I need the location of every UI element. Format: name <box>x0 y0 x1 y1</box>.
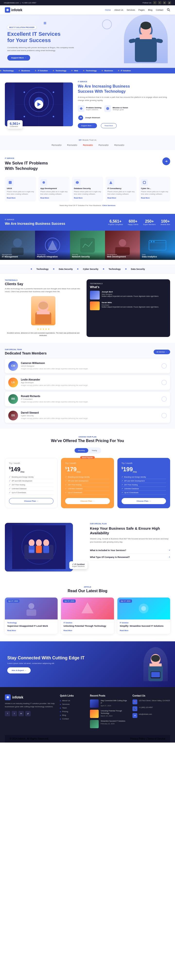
ticker-item-5: + Web <box>71 69 78 72</box>
inc-feature-1: Problem Solving Expert solutions <box>78 105 101 112</box>
plan-button-3[interactable]: Choose Plan → <box>121 498 166 504</box>
pricing-monthly-btn[interactable]: Monthly <box>75 448 88 453</box>
showcase-card-4[interactable]: Development Web Development <box>105 231 140 260</box>
inc-button-primary[interactable]: Support More → <box>78 123 97 128</box>
member-expand-4[interactable] <box>161 413 167 418</box>
team-all-members-button[interactable]: All Member → <box>154 350 170 354</box>
blog-section: ARTICLE Read Our Latest Blog Apr 27, 202… <box>0 579 175 641</box>
plan-name-2: Try / month <box>65 462 110 465</box>
it-solve-arrow-button[interactable] <box>162 158 170 165</box>
brands-section: 15+ Brands Trust Us ✦envato ✦envato ✦env… <box>0 135 175 150</box>
member-expand-2[interactable] <box>161 380 167 385</box>
hero-button[interactable]: Support More → <box>7 55 30 60</box>
inc-button-secondary[interactable]: Read More <box>101 123 117 128</box>
read-more-4[interactable]: Read More <box>107 197 116 199</box>
nav-services[interactable]: Services <box>127 9 135 11</box>
blog-readmore-2[interactable]: Read More <box>64 630 72 632</box>
hero-circle-decoration <box>102 19 112 29</box>
plan-name-3: Try / month <box>121 462 166 465</box>
member-expand-1[interactable] <box>161 363 167 369</box>
nav-home[interactable]: Home <box>105 9 111 11</box>
footer-twitter-icon[interactable]: t <box>12 711 17 716</box>
faq-item-1[interactable]: What Is Included In Your Services? + Our… <box>90 547 170 554</box>
ticker-item-6: + Technology <box>83 69 97 72</box>
ticker-item-8: + IT Solution <box>118 69 131 72</box>
read-more-2[interactable]: Read More <box>40 197 49 199</box>
it-solve-link[interactable]: Click Services <box>102 204 115 207</box>
footer-post-2: Unlocking Potential Through Technology M… <box>90 710 127 718</box>
nav-pages[interactable]: Pages <box>138 9 145 11</box>
plan-feature-3-3: ✓ 24/7 Free Hosting <box>121 483 166 487</box>
showcase-overlay-3: Security Network Security <box>70 252 105 260</box>
svg-point-36 <box>151 241 152 242</box>
clients-label: TESTIMONIALS <box>5 279 82 281</box>
pricing-yearly-btn[interactable]: Yearly <box>88 448 100 453</box>
brand-3: ✦envato <box>82 143 93 147</box>
footer-linkedin-icon[interactable]: in <box>19 711 24 716</box>
plan-feature-1-1: ✓ Branding and Design Identity <box>9 475 54 479</box>
brands-label: 15+ Brands Trust Us <box>5 139 170 141</box>
blog-image-1: Apr 27, 2024 <box>5 598 57 619</box>
youtube-icon[interactable]: yt <box>168 1 171 5</box>
showcase-card-3[interactable]: Security Network Security <box>70 231 105 260</box>
facebook-icon[interactable]: f <box>153 1 156 5</box>
footer-facebook-icon[interactable]: f <box>5 711 10 716</box>
whats-new-label: TESTIMONIALS <box>90 283 167 285</box>
plan-feature-2-1: ✓ Branding and Design Identity <box>65 475 110 479</box>
footer-link-blog[interactable]: Blog <box>60 714 85 716</box>
blog-readmore-3[interactable]: Read More <box>120 630 129 632</box>
footer-social: f t in yt <box>5 711 55 716</box>
hero-person-image <box>124 14 168 63</box>
showcase-card-2[interactable]: Technology Platform Integration <box>35 231 70 260</box>
brand-4: ✦envato <box>98 143 108 147</box>
stat-3: 250+ Expert Members <box>143 219 156 225</box>
blog-category-1: Technology <box>7 622 55 624</box>
read-more-5[interactable]: Read More <box>141 197 150 199</box>
footer-link-contact[interactable]: Contact <box>60 718 85 720</box>
footer-link-team[interactable]: Team <box>60 707 85 709</box>
it-solve-label: IT SERVICE <box>5 158 48 159</box>
hero-section: BEST IT SOLUTION PROVIDER Excellent IT S… <box>0 14 175 68</box>
blog-card-2[interactable]: Apr 27, 2024 IT Solution Unlocking Poten… <box>61 598 114 634</box>
plan-name-1: Try / month <box>9 462 54 465</box>
stat-number-4: 100+ <box>161 219 170 224</box>
footer-logo: infotek <box>5 694 55 700</box>
it-solve-header: IT SERVICE We Solve IT Problems With Tec… <box>5 158 170 173</box>
star-icon-1: ★ <box>37 328 39 330</box>
services-showcase: Management IT Management Technology Plat… <box>0 231 175 265</box>
linkedin-icon[interactable]: in <box>163 1 166 5</box>
showcase-card-5[interactable]: Data Data Analytics <box>140 231 175 260</box>
nav-about[interactable]: About Us <box>114 9 123 11</box>
footer-link-about[interactable]: About Us <box>60 700 85 702</box>
phone-icon: 📞 <box>132 706 137 711</box>
footer-youtube-icon[interactable]: yt <box>25 711 30 716</box>
showcase-card-1[interactable]: Management IT Management <box>0 231 35 260</box>
svg-rect-24 <box>143 181 146 184</box>
svg-rect-52 <box>29 550 34 552</box>
svg-rect-4 <box>135 38 157 62</box>
read-more-1[interactable]: Read More <box>7 197 16 199</box>
plan-button-1[interactable]: Choose Plan → <box>9 498 54 504</box>
member-expand-3[interactable] <box>161 396 167 402</box>
blog-card-3[interactable]: Apr 27, 2024 IT Solution Simplify: Strea… <box>118 598 170 634</box>
member-info-2: Leslie Alexander App Developer Images oc… <box>21 378 159 387</box>
footer-link-services[interactable]: Services <box>60 703 85 705</box>
cta-button[interactable]: Hire A Expert → <box>7 667 30 673</box>
read-more-3[interactable]: Read More <box>74 197 83 199</box>
author-name: Joseph Mckinosh <box>85 116 100 119</box>
nav-contact[interactable]: Contact <box>156 9 163 11</box>
twitter-icon[interactable]: t <box>158 1 161 5</box>
svg-point-1 <box>167 8 169 10</box>
whats-thumb-2 <box>90 301 100 310</box>
search-icon[interactable] <box>167 8 170 12</box>
blog-readmore-1[interactable]: Read More <box>7 630 16 632</box>
blog-date-1: Apr 27, 2024 <box>7 600 19 603</box>
svg-rect-42 <box>37 311 50 314</box>
blog-card-1[interactable]: Apr 27, 2024 Technology Supervisor Disap… <box>5 598 57 634</box>
brand-2: ✦envato <box>66 143 77 147</box>
nav-blog[interactable]: Blog <box>148 9 153 11</box>
footer-link-pricing[interactable]: Pricing <box>60 710 85 713</box>
plan-button-2[interactable]: Choose Plan → <box>65 498 110 504</box>
faq-item-2[interactable]: What Type Of Company Is Renowned? + We w… <box>90 554 170 560</box>
footer-privacy: Privacy Policy | Terms of Service <box>130 737 165 740</box>
